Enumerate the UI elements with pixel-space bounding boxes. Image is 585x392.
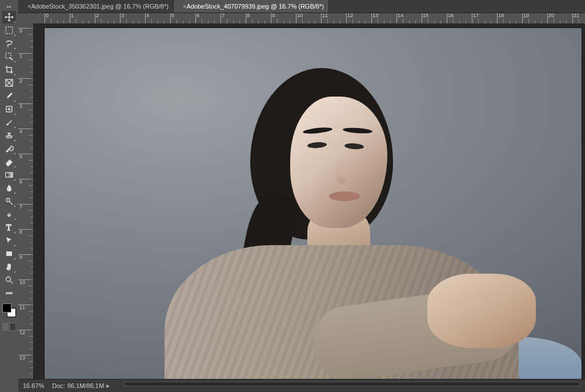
ruler-v-number: 0 <box>19 28 22 34</box>
pen-tool[interactable] <box>2 208 16 221</box>
ruler-v-number: 10 <box>19 279 25 285</box>
document-tab-bar: ×AdobeStock_350362301.jpeg @ 16.7% (RGB/… <box>18 0 585 13</box>
ruler-v-segment: 7 <box>18 204 33 229</box>
zoom-tool[interactable] <box>2 274 16 286</box>
ruler-h-segment: 20 <box>547 13 572 23</box>
doc-label: Doc: <box>52 382 65 389</box>
ruler-h-segment: 11 <box>321 13 346 23</box>
ruler-h-segment: 21 <box>572 13 585 23</box>
ruler-vertical[interactable]: 012345678910111213 <box>18 23 34 379</box>
lasso-tool[interactable] <box>2 37 16 50</box>
blur-tool[interactable] <box>2 182 16 194</box>
foreground-color-swatch[interactable] <box>2 303 11 313</box>
document-tab[interactable]: ×AdobeStock_350362301.jpeg @ 16.7% (RGB/… <box>18 0 174 13</box>
image-vignette <box>45 28 582 379</box>
tab-label: AdobeStock_350362301.jpeg @ 16.7% (RGB/8… <box>31 3 169 10</box>
document-canvas[interactable] <box>45 28 582 379</box>
ruler-h-number: 18 <box>497 13 522 18</box>
move-tool[interactable] <box>2 11 16 23</box>
marquee-tool[interactable] <box>2 24 16 37</box>
edit-toolbar[interactable] <box>2 287 16 299</box>
ruler-v-segment: 1 <box>18 53 33 78</box>
ruler-h-number: 19 <box>522 13 547 18</box>
type-tool[interactable]: T <box>2 221 16 234</box>
ruler-h-number: 8 <box>246 13 271 18</box>
eraser-tool[interactable] <box>2 155 16 168</box>
ruler-h-segment: 5 <box>170 13 195 23</box>
ruler-h-segment: 6 <box>195 13 221 23</box>
ruler-h-number: 17 <box>472 13 497 18</box>
ruler-h-segment: 2 <box>95 13 120 23</box>
color-swatches[interactable] <box>2 303 16 317</box>
ruler-v-segment: 13 <box>18 355 33 380</box>
ruler-v-segment: 4 <box>18 129 33 154</box>
hand-tool[interactable] <box>2 261 16 273</box>
rectangle-tool[interactable] <box>2 247 16 260</box>
ruler-h-segment: 0 <box>45 13 70 23</box>
document-area: ×AdobeStock_350362301.jpeg @ 16.7% (RGB/… <box>18 0 585 392</box>
ruler-h-number: 2 <box>95 13 120 18</box>
ruler-origin[interactable] <box>18 13 34 24</box>
svg-rect-7 <box>6 251 12 256</box>
document-tab[interactable]: ×AdobeStock_407079939.jpeg @ 16.7% (RGB/… <box>174 0 329 13</box>
ruler-h-number: 15 <box>422 13 447 18</box>
dodge-tool[interactable] <box>2 195 16 207</box>
ruler-h-segment: 4 <box>145 13 170 23</box>
ruler-v-segment: 6 <box>18 179 33 204</box>
ruler-h-segment: 19 <box>522 13 547 23</box>
screen-mode-switch[interactable] <box>2 323 16 331</box>
ruler-h-segment: 12 <box>346 13 371 23</box>
ruler-h-number: 21 <box>572 13 585 18</box>
workspace: 012345678910111213141516171819202122 012… <box>18 13 585 379</box>
ruler-v-number: 4 <box>19 129 22 134</box>
healing-brush-tool[interactable] <box>2 103 16 115</box>
svg-rect-4 <box>6 173 13 177</box>
ruler-h-number: 4 <box>145 13 170 18</box>
tab-label: AdobeStock_407079939.jpeg @ 16.7% (RGB/8… <box>186 3 324 10</box>
ruler-h-number: 0 <box>45 13 70 18</box>
ruler-horizontal[interactable]: 012345678910111213141516171819202122 <box>33 13 585 24</box>
ruler-v-number: 9 <box>19 254 22 260</box>
svg-text:T: T <box>6 223 11 232</box>
ruler-h-number: 12 <box>346 13 371 18</box>
path-selection-tool[interactable] <box>2 234 16 247</box>
ruler-h-segment: 9 <box>271 13 296 23</box>
ruler-h-number: 10 <box>296 13 321 18</box>
svg-point-11 <box>11 293 13 294</box>
ruler-v-number: 2 <box>19 78 22 84</box>
doc-size-field[interactable]: Doc: 86.1M/86.1M ▶ <box>52 382 110 389</box>
gradient-tool[interactable] <box>2 169 16 181</box>
ruler-v-number: 1 <box>19 53 22 59</box>
zoom-value: 16.67% <box>23 382 44 389</box>
history-brush-tool[interactable] <box>2 142 16 155</box>
ruler-v-number: 5 <box>19 154 22 159</box>
svg-point-8 <box>6 277 11 282</box>
status-bar: 16.67% Doc: 86.1M/86.1M ▶ <box>18 379 585 392</box>
canvas-viewport[interactable] <box>33 23 585 379</box>
ruler-v-segment: 11 <box>18 305 33 330</box>
zoom-level-field[interactable]: 16.67% <box>23 382 44 389</box>
status-timeline[interactable] <box>125 382 580 390</box>
ruler-v-segment: 5 <box>18 154 33 179</box>
ruler-h-segment: 10 <box>296 13 321 23</box>
clone-stamp-tool[interactable] <box>2 129 16 142</box>
ruler-h-number: 9 <box>271 13 296 18</box>
ruler-h-segment: 18 <box>497 13 522 23</box>
svg-point-10 <box>9 293 10 294</box>
ruler-v-segment: 2 <box>18 78 33 103</box>
ruler-h-number: 3 <box>120 13 145 18</box>
ruler-v-segment: 12 <box>18 330 33 355</box>
ruler-h-number: 13 <box>371 13 396 18</box>
eyedropper-tool[interactable] <box>2 90 16 102</box>
toolbox-expand-toggle[interactable]: ▸▸ <box>0 2 18 10</box>
crop-tool[interactable] <box>2 63 16 76</box>
ruler-h-segment: 15 <box>422 13 447 23</box>
ruler-h-segment: 17 <box>472 13 497 23</box>
brush-tool[interactable] <box>2 116 16 129</box>
ruler-h-number: 7 <box>221 13 246 18</box>
ruler-h-segment: 16 <box>447 13 472 23</box>
object-selection-tool[interactable] <box>2 50 16 63</box>
ruler-v-segment: 3 <box>18 103 33 129</box>
frame-tool[interactable] <box>2 77 16 89</box>
ruler-h-number: 11 <box>321 13 346 18</box>
